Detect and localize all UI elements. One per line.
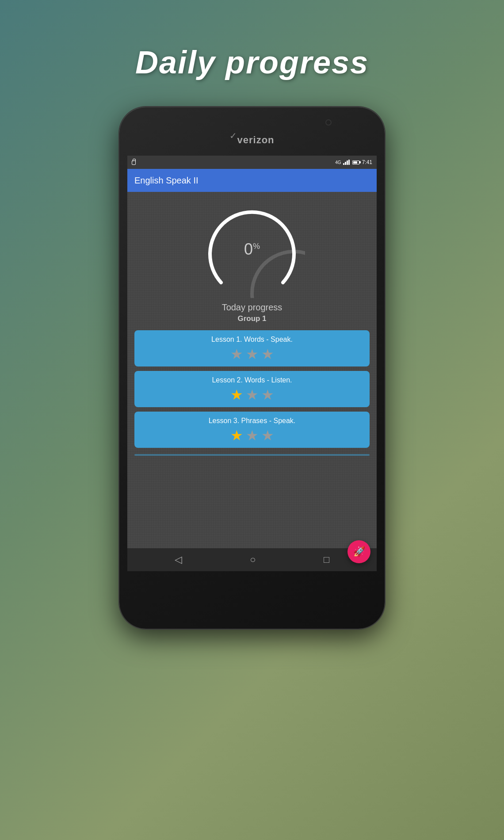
today-progress-label: Today progress [222,302,283,313]
star-3-2: ★ [246,428,259,443]
progress-value: 0% [244,240,260,259]
screen-content: 0% Today progress Group 1 Lesson 1. Word… [127,192,377,571]
signal-bars [343,160,350,165]
scroll-indicator [134,454,370,456]
star-3-3: ★ [261,428,274,443]
lock-icon [132,160,136,165]
phone-mockup: ✓ verizon 4G [119,107,385,629]
lesson-1-title: Lesson 1. Words - Speak. [211,336,293,344]
star-1-2: ★ [246,347,259,361]
carrier-brand: verizon [237,134,274,146]
status-bar: 4G 7:41 [127,156,377,169]
front-camera [325,119,332,126]
star-2-1: ★ [230,388,243,402]
home-button[interactable]: ○ [250,554,256,565]
lesson-2-title: Lesson 2. Words - Listen. [212,376,292,384]
back-button[interactable]: ◁ [175,554,182,565]
phone-bottom-bezel [119,571,385,629]
status-right: 4G 7:41 [335,159,372,165]
page-title: Daily progress [135,44,369,80]
status-left [132,159,136,166]
rocket-icon: 🚀 [353,546,365,557]
app-title: English Speak II [134,176,199,186]
star-1-1: ★ [230,347,243,361]
recents-button[interactable]: □ [324,554,329,565]
battery-icon [352,160,359,164]
phone-shell: ✓ verizon 4G [119,107,385,629]
lesson-1-stars: ★ ★ ★ [230,347,274,361]
star-1-3: ★ [261,347,274,361]
group-label: Group 1 [237,314,266,323]
lesson-card-2[interactable]: Lesson 2. Words - Listen. ★ ★ ★ [134,371,370,407]
fab-button[interactable]: 🚀 [347,540,370,563]
lesson-3-stars: ★ ★ ★ [230,428,274,443]
lesson-card-3[interactable]: Lesson 3. Phrases - Speak. ★ ★ ★ [134,412,370,448]
progress-circle-container: 0% [199,201,305,298]
lesson-3-title: Lesson 3. Phrases - Speak. [209,417,296,425]
app-bar: English Speak II [127,169,377,192]
star-2-3: ★ [261,388,274,402]
star-2-2: ★ [246,388,259,402]
clock: 7:41 [362,159,372,165]
bottom-navigation: ◁ ○ □ [127,548,377,571]
star-3-1: ★ [230,428,243,443]
signal-type: 4G [335,160,341,165]
phone-screen: 4G 7:41 English Speak II [127,156,377,571]
lesson-2-stars: ★ ★ ★ [230,388,274,402]
verizon-checkmark: ✓ [229,130,237,141]
lesson-card-1[interactable]: Lesson 1. Words - Speak. ★ ★ ★ [134,330,370,367]
